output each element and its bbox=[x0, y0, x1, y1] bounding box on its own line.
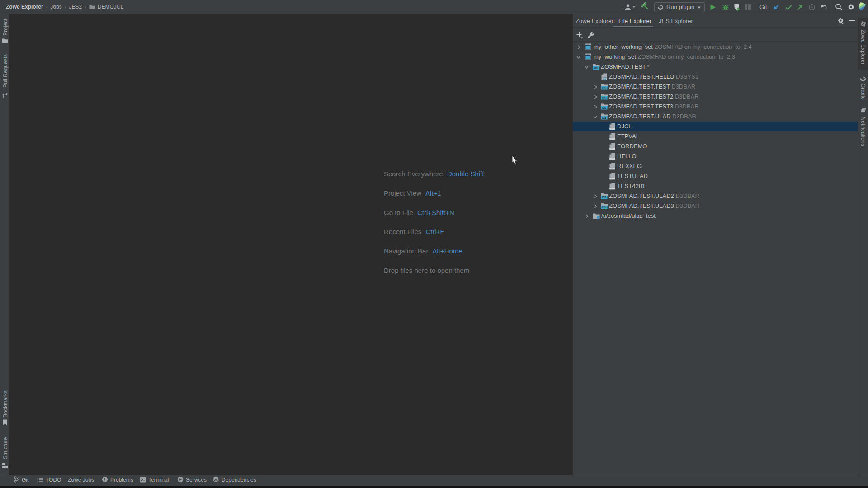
svg-text:MEM: MEM bbox=[609, 127, 615, 130]
svg-text:DS: DS bbox=[604, 78, 607, 80]
svg-text:DS: DS bbox=[602, 86, 607, 89]
svg-text:DS: DS bbox=[602, 116, 607, 119]
svg-text:DS: DS bbox=[602, 106, 607, 109]
svg-text:MEM: MEM bbox=[609, 157, 615, 160]
svg-text:DS: DS bbox=[602, 196, 607, 199]
svg-text:MEM: MEM bbox=[609, 147, 615, 150]
svg-text:DS: DS bbox=[602, 206, 607, 209]
svg-text:MEM: MEM bbox=[609, 187, 615, 190]
svg-text:MEM: MEM bbox=[609, 167, 615, 170]
svg-text:DS: DS bbox=[602, 96, 607, 99]
svg-text:DS: DS bbox=[594, 66, 599, 70]
svg-text:MEM: MEM bbox=[609, 137, 615, 140]
svg-text:MEM: MEM bbox=[609, 177, 615, 180]
